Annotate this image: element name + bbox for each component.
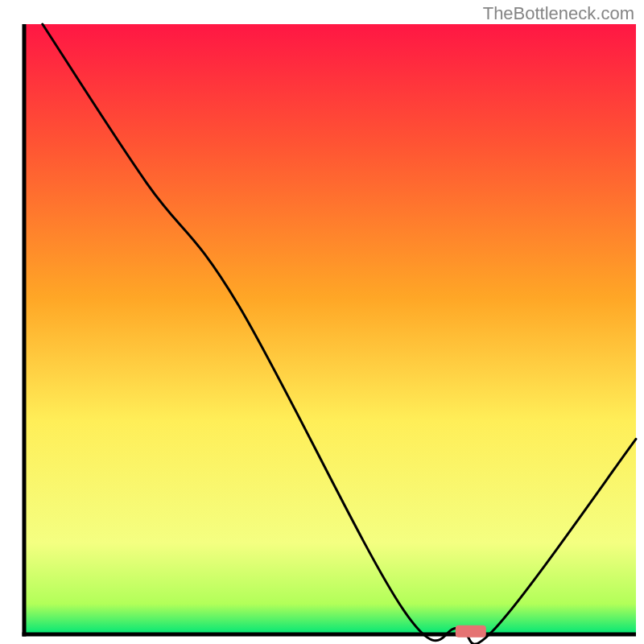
plot-background	[24, 24, 636, 634]
chart-container: TheBottleneck.com	[0, 0, 644, 644]
optimal-marker	[456, 625, 486, 638]
watermark-text: TheBottleneck.com	[483, 3, 634, 24]
bottleneck-chart	[0, 0, 644, 644]
